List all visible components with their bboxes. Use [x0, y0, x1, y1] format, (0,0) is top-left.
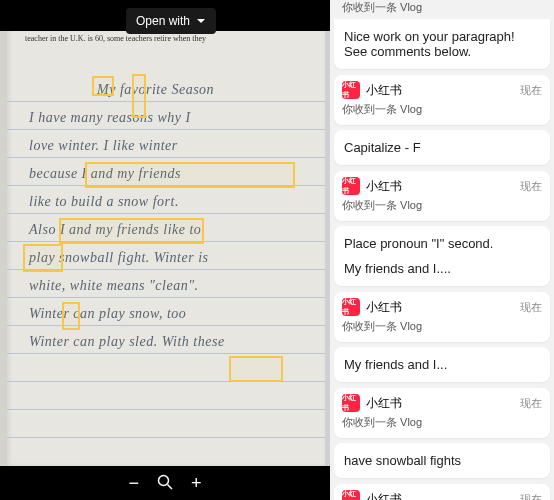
- open-with-button[interactable]: Open with: [126, 8, 216, 34]
- notification-time: 现在: [520, 492, 542, 501]
- xiaohongshu-icon: 小红书: [342, 490, 360, 500]
- essay-line: Winter can play sled. With these: [29, 334, 225, 350]
- highlight-box: [85, 162, 295, 188]
- essay-line: white, white means "clean".: [29, 278, 199, 294]
- notification-body-line: Place pronoun "I" second.: [344, 236, 540, 251]
- notification-header[interactable]: 小红书 小红书 现在 你收到一条 Vlog: [334, 171, 550, 221]
- app-name-label: 小红书: [366, 491, 402, 501]
- essay-line: I have many reasons why I: [29, 110, 191, 126]
- notification-body[interactable]: Capitalize - F: [334, 130, 550, 165]
- notification-header[interactable]: 小红书 小红书 现在 你收到一条 Vlog: [334, 292, 550, 342]
- xiaohongshu-icon: 小红书: [342, 394, 360, 412]
- essay-title: My favorite Season: [97, 82, 214, 98]
- notification-header[interactable]: 小红书 小红书 现在 你收到一条 Vlog: [334, 484, 550, 500]
- svg-point-0: [159, 475, 169, 485]
- highlight-box: [132, 74, 146, 118]
- highlight-box: [229, 356, 283, 382]
- notification-body[interactable]: Nice work on your paragraph! See comment…: [334, 19, 550, 69]
- zoom-reset-button[interactable]: [157, 474, 173, 493]
- notebook-page: teacher in the U.K. is 60, some teachers…: [0, 31, 325, 466]
- notification-header[interactable]: 小红书 小红书 现在 你收到一条 Vlog: [334, 388, 550, 438]
- app-name-label: 小红书: [366, 82, 402, 99]
- notification-subtitle: 你收到一条 Vlog: [342, 198, 542, 213]
- notification-panel: 你收到一条 Vlog Nice work on your paragraph! …: [330, 0, 554, 500]
- app-name-label: 小红书: [366, 395, 402, 412]
- notification-subtitle: 你收到一条 Vlog: [342, 415, 542, 430]
- xiaohongshu-icon: 小红书: [342, 81, 360, 99]
- svg-line-1: [168, 484, 173, 489]
- app-name-label: 小红书: [366, 178, 402, 195]
- highlight-box: [23, 244, 63, 272]
- xiaohongshu-icon: 小红书: [342, 298, 360, 316]
- printed-header-text: teacher in the U.K. is 60, some teachers…: [25, 34, 206, 43]
- notification-header[interactable]: 小红书 小红书 现在 你收到一条 Vlog: [334, 75, 550, 125]
- notification-time: 现在: [520, 83, 542, 98]
- image-viewer-pane: Open with teacher in the U.K. is 60, som…: [0, 0, 330, 500]
- zoom-toolbar: − +: [0, 466, 330, 500]
- magnifier-icon: [157, 474, 173, 490]
- zoom-out-button[interactable]: −: [128, 474, 139, 492]
- notification-subtitle: 你收到一条 Vlog: [330, 0, 554, 19]
- xiaohongshu-icon: 小红书: [342, 177, 360, 195]
- highlight-box: [62, 302, 80, 330]
- app-name-label: 小红书: [366, 299, 402, 316]
- highlight-box: [59, 218, 204, 244]
- essay-line: Winter can play snow, too: [29, 306, 186, 322]
- highlight-box: [92, 76, 114, 96]
- notification-subtitle: 你收到一条 Vlog: [342, 102, 542, 117]
- document-image[interactable]: teacher in the U.K. is 60, some teachers…: [0, 31, 330, 466]
- open-with-label: Open with: [136, 14, 190, 28]
- zoom-in-button[interactable]: +: [191, 474, 202, 492]
- notification-time: 现在: [520, 300, 542, 315]
- notification-time: 现在: [520, 396, 542, 411]
- notification-body[interactable]: have snowball fights: [334, 443, 550, 478]
- essay-line: love winter. I like winter: [29, 138, 178, 154]
- notification-time: 现在: [520, 179, 542, 194]
- notification-subtitle: 你收到一条 Vlog: [342, 319, 542, 334]
- notification-body[interactable]: Place pronoun "I" second. My friends and…: [334, 226, 550, 286]
- notification-body-line: My friends and I....: [344, 261, 540, 276]
- notification-body[interactable]: My friends and I...: [334, 347, 550, 382]
- essay-line: like to build a snow fort.: [29, 194, 179, 210]
- chevron-down-icon: [196, 16, 206, 26]
